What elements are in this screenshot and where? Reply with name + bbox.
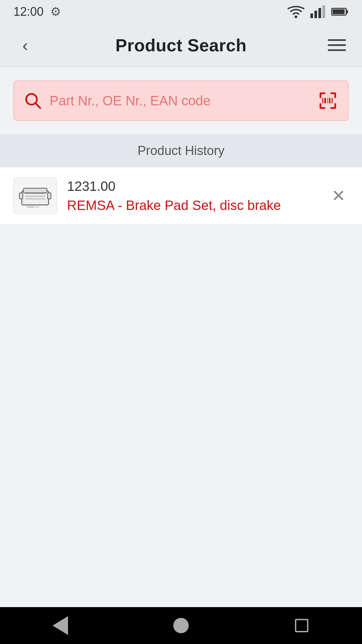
status-right bbox=[288, 5, 349, 18]
scan-barcode-button[interactable] bbox=[318, 91, 338, 111]
nav-recent-button[interactable] bbox=[285, 609, 318, 642]
svg-rect-3 bbox=[318, 8, 321, 18]
wifi-icon bbox=[288, 5, 304, 18]
app-bar: ‹ Product Search bbox=[0, 23, 362, 67]
history-header: Product History bbox=[0, 134, 362, 167]
signal-icon bbox=[310, 5, 325, 18]
close-icon: ✕ bbox=[331, 187, 346, 204]
svg-rect-7 bbox=[333, 9, 345, 14]
status-time: 12:00 bbox=[13, 5, 44, 19]
svg-line-9 bbox=[36, 103, 40, 108]
search-input[interactable] bbox=[50, 93, 310, 108]
svg-rect-20 bbox=[19, 193, 23, 199]
battery-icon bbox=[331, 7, 349, 17]
scan-barcode-icon bbox=[318, 91, 338, 111]
history-list: Enable: 1-2 1231.00 REMSA - Brake Pad Se… bbox=[0, 167, 362, 225]
svg-rect-21 bbox=[48, 193, 51, 199]
nav-home-button[interactable] bbox=[164, 609, 198, 642]
hamburger-menu-icon bbox=[328, 39, 346, 51]
nav-home-icon bbox=[173, 618, 189, 633]
remove-history-item-button[interactable]: ✕ bbox=[328, 186, 349, 206]
history-title: Product History bbox=[137, 144, 225, 158]
page-title: Product Search bbox=[115, 35, 246, 55]
product-number: 1231.00 bbox=[67, 179, 318, 194]
search-icon bbox=[24, 92, 42, 109]
svg-rect-4 bbox=[322, 5, 325, 18]
status-bar: 12:00 ⚙ bbox=[0, 0, 362, 23]
search-container bbox=[0, 67, 362, 134]
search-icon-wrap bbox=[24, 92, 42, 109]
svg-point-0 bbox=[295, 15, 297, 18]
product-name: REMSA - Brake Pad Set, disc brake bbox=[67, 198, 318, 213]
back-arrow-icon: ‹ bbox=[22, 37, 28, 54]
history-item[interactable]: Enable: 1-2 1231.00 REMSA - Brake Pad Se… bbox=[0, 167, 362, 225]
svg-rect-6 bbox=[346, 10, 348, 13]
product-info: 1231.00 REMSA - Brake Pad Set, disc brak… bbox=[67, 179, 318, 213]
product-thumbnail: Enable: 1-2 bbox=[13, 177, 57, 214]
svg-rect-1 bbox=[310, 13, 313, 18]
nav-recent-icon bbox=[295, 619, 308, 632]
menu-button[interactable] bbox=[325, 34, 349, 57]
svg-rect-2 bbox=[314, 11, 317, 18]
back-button[interactable]: ‹ bbox=[13, 34, 37, 57]
brake-pad-image: Enable: 1-2 bbox=[17, 181, 54, 211]
status-left: 12:00 ⚙ bbox=[13, 5, 61, 19]
search-box[interactable] bbox=[13, 80, 349, 121]
svg-text:Enable: 1-2: Enable: 1-2 bbox=[27, 206, 39, 208]
svg-rect-16 bbox=[23, 188, 47, 193]
history-section: Product History bbox=[0, 134, 362, 225]
nav-back-icon bbox=[53, 616, 68, 635]
bottom-navigation bbox=[0, 607, 362, 644]
main-content: Product History bbox=[0, 67, 362, 607]
settings-gear-icon: ⚙ bbox=[50, 5, 61, 19]
nav-back-button[interactable] bbox=[44, 609, 77, 642]
